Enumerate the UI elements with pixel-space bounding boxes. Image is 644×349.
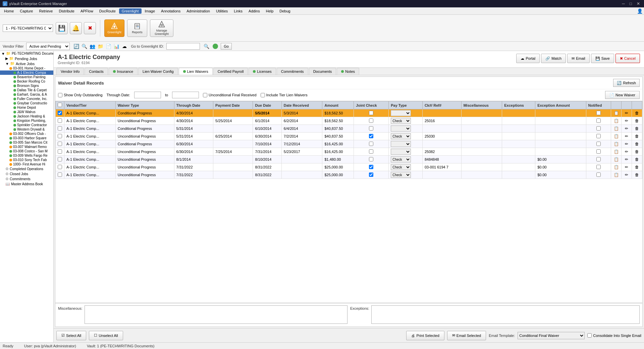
row-checkbox-2[interactable] (58, 126, 62, 131)
notified-2[interactable] (596, 126, 601, 131)
sidebar-sony[interactable]: 03-010 Sony Tech Fab (0, 158, 53, 162)
document-icon[interactable]: 📄 (105, 43, 112, 50)
menu-distribute[interactable]: Distribute (56, 8, 77, 14)
portal-button[interactable]: ☁ Portal (516, 54, 540, 63)
unconditional-checkbox[interactable] (203, 93, 207, 97)
vendor-filter-select[interactable]: Active and Pending (26, 43, 70, 50)
manage-greenlight-ribbon-button[interactable]: Manage Greenlight (150, 19, 173, 37)
sidebar-fuller[interactable]: Fuller Concrete, Inc. (0, 97, 53, 101)
edit-icon-3[interactable]: ✏ (624, 133, 630, 139)
sidebar-kingston[interactable]: Kingston Plumbing, (0, 118, 53, 123)
view-icon-2[interactable]: 📋 (613, 126, 619, 132)
pay-type-select-3[interactable]: Check Check ACH (391, 133, 411, 139)
joint-check-0[interactable] (369, 111, 373, 115)
sidebar-closed-jobs[interactable]: ⚙Closed Jobs (0, 171, 53, 177)
sidebar-bronson[interactable]: Bronson Signs (0, 84, 53, 88)
notified-0[interactable] (596, 111, 601, 115)
people-icon[interactable]: 👥 (89, 43, 96, 50)
sidebar-western[interactable]: Western Drywall & (0, 127, 53, 132)
sidebar-home-depot-sub[interactable]: Home Depot (0, 105, 53, 110)
pay-type-select-5[interactable]: Check ACH (391, 149, 411, 155)
notified-8[interactable] (596, 172, 601, 177)
sidebar-commitments[interactable]: ⚙Commitments (0, 177, 53, 182)
joint-check-7[interactable] (369, 165, 373, 169)
select-all-header-checkbox[interactable] (58, 103, 62, 107)
edit-icon-0[interactable]: ✏ (624, 110, 630, 116)
pay-type-select-8[interactable]: Check Check ACH (391, 172, 411, 178)
email-selected-button[interactable]: ✉ Email Selected (447, 331, 486, 340)
menu-retrieve[interactable]: Retrieve (36, 8, 55, 14)
row-checkbox-7[interactable] (58, 165, 62, 169)
sidebar-wells-fargo[interactable]: 03-009 Wells Fargo Re (0, 153, 53, 158)
view-icon-8[interactable]: 📋 (613, 172, 619, 178)
delete-icon-5[interactable]: 🗑 (634, 149, 640, 155)
row-checkbox-1[interactable] (58, 118, 62, 123)
joint-check-6[interactable] (369, 157, 373, 161)
row-checkbox-0[interactable] (58, 111, 62, 115)
print-selected-button[interactable]: 🖨 Print Selected (406, 331, 444, 340)
miscellaneous-textarea[interactable] (85, 305, 347, 324)
tab-lien-waivers[interactable]: Lien Waivers (179, 68, 213, 75)
notified-3[interactable] (596, 134, 601, 138)
joint-check-8[interactable] (369, 172, 373, 177)
unselect-all-button[interactable]: ☐ Unselect All (89, 331, 123, 340)
menu-capture[interactable]: Capture (17, 8, 36, 14)
menu-greenlight[interactable]: Greenlight (119, 8, 142, 14)
tab-insurance[interactable]: Insurance (109, 68, 138, 75)
delete-icon-8[interactable]: 🗑 (634, 172, 640, 178)
delete-icon-3[interactable]: 🗑 (634, 133, 640, 139)
notified-1[interactable] (596, 118, 601, 123)
delete-icon-6[interactable]: 🗑 (634, 156, 640, 162)
reports-ribbon-button[interactable]: Reports (127, 19, 147, 37)
row-checkbox-3[interactable] (58, 134, 62, 138)
go-button[interactable]: Go (221, 43, 232, 50)
menu-apflow[interactable]: APFlow (78, 8, 96, 14)
tab-contacts[interactable]: Contacts (85, 68, 108, 75)
menu-image[interactable]: Image (142, 8, 158, 14)
sidebar-completed-ops[interactable]: ⚙Completed Operations (0, 166, 53, 171)
view-icon-4[interactable]: 📋 (613, 141, 619, 147)
sidebar-dallas[interactable]: Dallas Tile & Carpet (0, 88, 53, 92)
vault-dropdown[interactable]: 1 - PE-TECHWRITING Documer (3, 24, 53, 32)
show-outstanding-checkbox[interactable] (58, 93, 62, 97)
edit-icon-5[interactable]: ✏ (624, 149, 630, 155)
email-button[interactable]: ✉ Email (567, 54, 590, 63)
close-toolbar-button[interactable]: ✖ (84, 22, 96, 34)
exceptions-textarea[interactable] (371, 305, 640, 324)
cloud-icon[interactable]: ☁ (121, 43, 128, 50)
joint-check-4[interactable] (369, 142, 373, 146)
joint-check-5[interactable] (369, 149, 373, 154)
sidebar-master-address[interactable]: 📖Master Address Book (0, 182, 53, 187)
edit-icon-7[interactable]: ✏ (624, 164, 630, 170)
joint-check-1[interactable] (369, 118, 373, 123)
sidebar-a1-electric[interactable]: A-1 Electric Compa (0, 70, 53, 75)
menu-help[interactable]: Help (263, 8, 276, 14)
notified-7[interactable] (596, 165, 601, 169)
cancel-button[interactable]: ✖ Cancel (615, 54, 640, 63)
tab-lien-waiver-config[interactable]: Lien Waiver Config (138, 68, 178, 75)
match-button[interactable]: 🔗 Match (541, 54, 566, 63)
pay-type-select-7[interactable]: Check Check ACH (391, 164, 411, 170)
notify-toolbar-button[interactable]: 🔔 (70, 22, 82, 34)
row-checkbox-6[interactable] (58, 157, 62, 161)
select-all-button[interactable]: ☑ Select All (56, 331, 86, 340)
sidebar-harbor-square[interactable]: 03-003 Harbor Square (0, 136, 53, 140)
refresh-button[interactable]: 🔄 Refresh (613, 79, 640, 87)
sidebar-sprinkler[interactable]: Sprinkler Contractor (0, 123, 53, 127)
sidebar-first-avenue[interactable]: 1000- First Avenue Hi (0, 162, 53, 166)
minimize-button[interactable]: ─ (621, 1, 626, 6)
delete-icon-4[interactable]: 🗑 (634, 141, 640, 147)
row-checkbox-5[interactable] (58, 149, 62, 154)
chart-icon[interactable]: 📊 (113, 43, 120, 50)
tab-commitments[interactable]: Commitments (277, 68, 308, 75)
sidebar-home-depot-001[interactable]: 03-001 Home Depot - (0, 66, 53, 70)
notified-4[interactable] (596, 142, 601, 146)
edit-icon-6[interactable]: ✏ (624, 156, 630, 162)
delete-icon-1[interactable]: 🗑 (634, 118, 640, 124)
sidebar-walmart[interactable]: 03-007 Walmart Remo (0, 145, 53, 149)
sidebar-san-marcos[interactable]: 03-005 San Marcos Cit (0, 140, 53, 145)
pay-type-select-1[interactable]: Check Check ACH (391, 118, 411, 124)
sidebar-becker[interactable]: Becker Roofing Co (0, 79, 53, 84)
menu-docroute[interactable]: DocRoute (97, 8, 118, 14)
new-waiver-button[interactable]: 📄 New Waiver (605, 91, 640, 99)
